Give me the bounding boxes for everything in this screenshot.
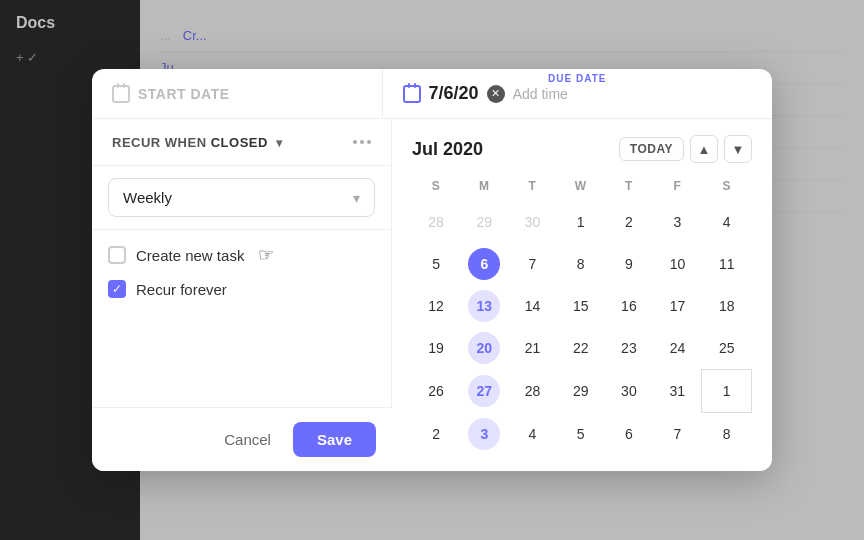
recur-closed-text: CLOSED [211, 135, 268, 150]
calendar-day[interactable]: 4 [508, 413, 556, 456]
calendar-day[interactable]: 29 [460, 201, 508, 243]
calendar-day-number: 22 [565, 332, 597, 364]
calendar-day[interactable]: 17 [653, 285, 702, 327]
calendar-day[interactable]: 22 [557, 327, 605, 370]
calendar-day-number: 21 [517, 332, 549, 364]
calendar-day[interactable]: 5 [557, 413, 605, 456]
calendar-day-number: 7 [517, 248, 549, 280]
calendar-day-number: 13 [468, 290, 500, 322]
save-button[interactable]: Save [293, 422, 376, 457]
calendar-day[interactable]: 8 [702, 413, 752, 456]
calendar-day[interactable]: 27 [460, 370, 508, 413]
calendar-day[interactable]: 11 [702, 243, 752, 285]
calendar-day[interactable]: 9 [605, 243, 653, 285]
calendar-day[interactable]: 1 [557, 201, 605, 243]
calendar-day[interactable]: 28 [508, 370, 556, 413]
left-panel: RECUR WHEN CLOSED ▾ Weekly ▾ [92, 119, 392, 471]
calendar-day[interactable]: 8 [557, 243, 605, 285]
recur-frequency-dropdown[interactable]: Weekly ▾ [108, 178, 375, 217]
calendar-day[interactable]: 6 [460, 243, 508, 285]
modal-header: START DATE DUE DATE 7/6/20 ✕ Add time [92, 69, 772, 119]
recur-title-text: RECUR WHEN CLOSED ▾ [112, 135, 282, 150]
calendar-day[interactable]: 15 [557, 285, 605, 327]
calendar-day-number: 8 [711, 418, 743, 450]
calendar-day-number: 5 [565, 418, 597, 450]
start-date-section[interactable]: START DATE [92, 69, 383, 118]
calendar-day[interactable]: 19 [412, 327, 460, 370]
calendar-nav-controls: TODAY ▲ ▼ [619, 135, 752, 163]
calendar-day[interactable]: 6 [605, 413, 653, 456]
calendar-day[interactable]: 5 [412, 243, 460, 285]
due-date-top-label: DUE DATE [548, 73, 606, 84]
calendar-day-number: 1 [711, 375, 743, 407]
recur-options: Create new task ☞ ✓ Recur forever [92, 230, 391, 312]
next-month-button[interactable]: ▼ [724, 135, 752, 163]
day-header-fri: F [653, 175, 702, 201]
calendar-day-number: 2 [613, 206, 645, 238]
day-header-mon: M [460, 175, 508, 201]
recur-dropdown-arrow-icon[interactable]: ▾ [276, 136, 283, 150]
recur-forever-checkbox[interactable]: ✓ [108, 280, 126, 298]
calendar-day-number: 12 [420, 290, 452, 322]
calendar-day[interactable]: 31 [653, 370, 702, 413]
calendar-day[interactable]: 12 [412, 285, 460, 327]
recur-header: RECUR WHEN CLOSED ▾ [92, 119, 391, 166]
calendar-day-number: 2 [420, 418, 452, 450]
dot-1 [353, 140, 357, 144]
calendar-day[interactable]: 21 [508, 327, 556, 370]
calendar-day[interactable]: 25 [702, 327, 752, 370]
calendar-day-number: 28 [420, 206, 452, 238]
calendar-day[interactable]: 29 [557, 370, 605, 413]
create-new-task-option[interactable]: Create new task ☞ [108, 244, 375, 266]
cancel-button[interactable]: Cancel [212, 423, 283, 456]
calendar-day[interactable]: 24 [653, 327, 702, 370]
calendar-day[interactable]: 13 [460, 285, 508, 327]
frequency-chevron-down-icon: ▾ [353, 190, 360, 206]
calendar-day[interactable]: 7 [508, 243, 556, 285]
calendar-day-number: 7 [661, 418, 693, 450]
calendar-day[interactable]: 2 [412, 413, 460, 456]
due-date-section: DUE DATE 7/6/20 ✕ Add time [383, 69, 772, 118]
calendar-day[interactable]: 18 [702, 285, 752, 327]
calendar-day-number: 31 [661, 375, 693, 407]
calendar-day[interactable]: 3 [460, 413, 508, 456]
create-new-task-checkbox[interactable] [108, 246, 126, 264]
calendar-day[interactable]: 10 [653, 243, 702, 285]
calendar-day-number: 3 [661, 206, 693, 238]
recur-forever-option[interactable]: ✓ Recur forever [108, 280, 375, 298]
calendar-day[interactable]: 30 [605, 370, 653, 413]
calendar-day-number: 5 [420, 248, 452, 280]
dots-menu-button[interactable] [353, 140, 371, 144]
due-date-clear-button[interactable]: ✕ [487, 85, 505, 103]
calendar-day-number: 26 [420, 375, 452, 407]
calendar-day[interactable]: 1 [702, 370, 752, 413]
calendar-day[interactable]: 30 [508, 201, 556, 243]
day-header-wed: W [557, 175, 605, 201]
today-button[interactable]: TODAY [619, 137, 684, 161]
add-time-label[interactable]: Add time [513, 86, 568, 102]
day-header-tue: T [508, 175, 556, 201]
calendar-grid: S M T W T F S 28293012345678910111213141… [412, 175, 752, 455]
calendar-week-2: 567891011 [412, 243, 752, 285]
calendar-day-number: 14 [517, 290, 549, 322]
calendar-day[interactable]: 4 [702, 201, 752, 243]
modal-body: RECUR WHEN CLOSED ▾ Weekly ▾ [92, 119, 772, 471]
calendar-day[interactable]: 28 [412, 201, 460, 243]
calendar-day[interactable]: 3 [653, 201, 702, 243]
calendar-day[interactable]: 20 [460, 327, 508, 370]
calendar-day-number: 4 [711, 206, 743, 238]
start-date-calendar-icon [112, 85, 130, 103]
calendar-day-number: 27 [468, 375, 500, 407]
day-header-sat: S [702, 175, 752, 201]
calendar-day[interactable]: 26 [412, 370, 460, 413]
calendar-day[interactable]: 23 [605, 327, 653, 370]
calendar-week-5: 2627282930311 [412, 370, 752, 413]
calendar-month-year: Jul 2020 [412, 139, 483, 160]
create-new-task-label: Create new task [136, 247, 244, 264]
calendar-day-number: 30 [613, 375, 645, 407]
calendar-day[interactable]: 14 [508, 285, 556, 327]
calendar-day[interactable]: 16 [605, 285, 653, 327]
prev-month-button[interactable]: ▲ [690, 135, 718, 163]
calendar-day[interactable]: 2 [605, 201, 653, 243]
calendar-day[interactable]: 7 [653, 413, 702, 456]
